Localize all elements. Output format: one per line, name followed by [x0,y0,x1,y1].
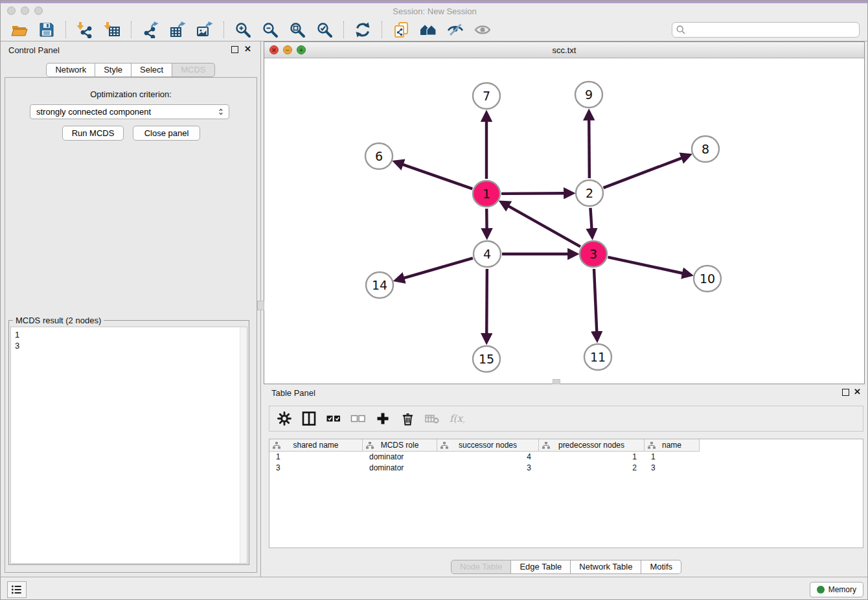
save-session-button[interactable] [38,21,56,39]
table-row[interactable]: 3dominator323 [269,463,863,474]
node-14[interactable]: 14 [366,272,393,298]
float-panel-icon[interactable] [231,46,238,53]
zoom-selected-button[interactable] [315,21,334,39]
close-panel-icon[interactable]: ✕ [244,44,251,54]
export-table-button[interactable] [168,21,187,39]
close-panel-button[interactable]: Close panel [133,126,200,141]
node-9[interactable]: 9 [575,82,602,108]
column-header-name[interactable]: name [645,439,700,452]
close-table-panel-icon[interactable]: ✕ [854,387,861,397]
refresh-layout-button[interactable] [354,21,372,39]
mcds-result-title: MCDS result (2 nodes) [13,316,104,325]
zoom-out-button[interactable] [261,21,279,39]
table-panel-header: Table Panel ✕ [264,384,868,401]
fx-icon: f(x) [449,411,464,426]
node-label: 10 [700,271,715,286]
table-cell[interactable]: 1 [269,452,363,463]
table-cell[interactable]: 2 [539,463,645,474]
import-network-button[interactable] [76,21,94,39]
mcds-result-area[interactable]: 13 [10,327,247,564]
table-cell[interactable]: 4 [437,452,539,463]
run-mcds-button[interactable]: Run MCDS [62,126,124,141]
table-cell[interactable]: 3 [645,463,700,474]
show-all-button[interactable] [474,21,492,39]
table-cell[interactable]: 1 [539,452,645,463]
column-header-predecessor-nodes[interactable]: predecessor nodes [539,439,645,452]
zoom-fit-button[interactable] [288,21,306,39]
function-builder-button[interactable]: f(x) [448,410,465,427]
export-image-button[interactable] [196,21,214,39]
status-bar: Memory [1,577,868,600]
task-history-button[interactable] [7,581,27,598]
edge-2-9[interactable] [589,120,589,178]
show-columns-button[interactable] [301,410,317,427]
edge-1-6[interactable] [403,165,472,189]
search-input[interactable] [672,22,860,38]
column-header-shared-name[interactable]: shared name [269,439,363,452]
node-15[interactable]: 15 [473,346,500,372]
result-scrollbar[interactable] [240,327,247,563]
table-cell[interactable]: dominator [363,452,437,463]
delete-table-button[interactable] [424,410,440,427]
table-cell[interactable]: 3 [437,463,539,474]
edge-1-2[interactable] [501,193,564,194]
tab-network-table[interactable]: Network Table [571,560,641,574]
edge-3-10[interactable] [608,257,682,273]
open-session-button[interactable] [10,21,29,39]
node-2[interactable]: 2 [576,180,603,206]
select-all-columns-button[interactable] [325,410,342,427]
zoom-in-button[interactable] [234,21,252,39]
memory-button[interactable]: Memory [810,582,863,597]
edge-2-3[interactable] [590,208,591,229]
node-8[interactable]: 8 [692,136,719,162]
search-icon [676,25,685,34]
tab-network[interactable]: Network [46,63,95,77]
tab-motifs[interactable]: Motifs [641,560,681,574]
tab-style[interactable]: Style [95,63,131,77]
toolbar-separator [382,21,382,38]
column-header-successor-nodes[interactable]: successor nodes [437,439,539,452]
column-label: name [662,441,681,450]
edge-3-11[interactable] [594,269,597,332]
node-10[interactable]: 10 [694,266,721,292]
hierarchy-icon [542,442,550,449]
edge-3-1[interactable] [508,206,580,247]
node-1[interactable]: 1 [473,181,500,207]
column-header-MCDS-role[interactable]: MCDS role [363,439,437,452]
import-table-button[interactable] [103,21,121,39]
node-label: 2 [586,186,593,200]
edge-2-8[interactable] [604,158,682,188]
memory-status-icon [817,586,825,594]
node-3[interactable]: 3 [580,241,607,267]
edge-4-15[interactable] [486,269,487,334]
table-cell[interactable]: dominator [363,463,437,474]
optimization-criterion-select[interactable]: strongly connected component [30,104,229,119]
create-column-button[interactable] [374,410,391,427]
deselect-all-columns-button[interactable] [350,410,367,427]
node-4[interactable]: 4 [474,241,501,267]
tab-node-table[interactable]: Node Table [451,560,512,574]
tab-edge-table[interactable]: Edge Table [511,560,571,574]
import-table-icon [104,21,120,38]
first-neighbors-button[interactable] [419,21,437,39]
export-network-button[interactable] [141,21,159,39]
table-options-button[interactable] [276,410,293,427]
node-7[interactable]: 7 [473,83,500,109]
tab-select[interactable]: Select [131,63,172,77]
table-cell[interactable]: 1 [645,452,700,463]
float-table-panel-icon[interactable] [842,389,849,396]
show-eye-icon [474,21,491,38]
vertical-splitter-handle[interactable] [257,301,264,310]
new-network-from-selection-button[interactable] [392,21,410,39]
horizontal-splitter-handle[interactable] [553,379,560,384]
table-row[interactable]: 1dominator411 [269,452,863,463]
node-6[interactable]: 6 [365,143,393,169]
node-11[interactable]: 11 [584,344,611,370]
hide-selected-button[interactable] [446,21,464,39]
network-graph-canvas[interactable]: 7968124314101511 [264,58,864,384]
tab-mcds[interactable]: MCDS [172,63,214,77]
table-cell[interactable]: 3 [269,463,363,474]
edge-4-14[interactable] [404,258,472,278]
delete-column-button[interactable] [399,410,416,427]
column-label: successor nodes [459,441,517,450]
